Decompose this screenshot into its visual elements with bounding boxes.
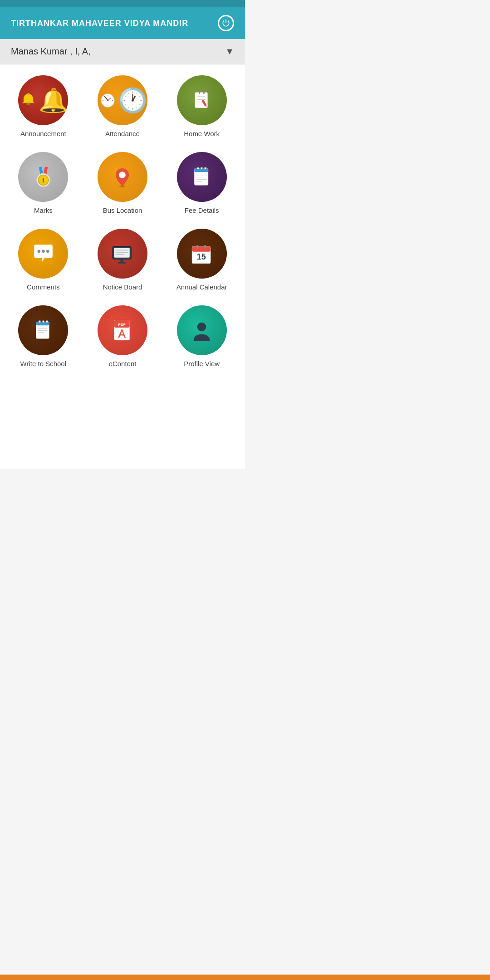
svg-rect-48 <box>192 246 211 251</box>
svg-point-59 <box>46 320 48 323</box>
marks-label: Marks <box>34 206 53 214</box>
menu-item-homework[interactable]: Home Work <box>166 75 238 137</box>
homework-label: Home Work <box>184 130 220 137</box>
svg-point-27 <box>119 185 125 187</box>
annual-calendar-icon: 15 <box>177 229 227 279</box>
svg-point-58 <box>42 320 44 323</box>
svg-rect-46 <box>118 262 126 263</box>
menu-item-fee-details[interactable]: Fee Details <box>166 152 238 214</box>
marks-icon: 1 <box>18 152 68 202</box>
svg-rect-45 <box>121 259 124 262</box>
svg-point-38 <box>42 250 45 253</box>
svg-point-35 <box>201 167 203 169</box>
menu-item-announcement[interactable]: Announcement <box>7 75 79 137</box>
svg-point-39 <box>46 250 49 253</box>
bus-location-label: Bus Location <box>103 206 142 214</box>
econtent-label: eContent <box>109 360 137 368</box>
bus-location-icon <box>98 152 147 202</box>
comments-icon <box>18 229 68 279</box>
app-header: TIRTHANKAR MAHAVEER VIDYA MANDIR <box>0 7 245 39</box>
app-title: TIRTHANKAR MAHAVEER VIDYA MANDIR <box>11 19 188 28</box>
profile-view-icon <box>177 305 227 355</box>
menu-item-econtent[interactable]: PDF eContent <box>87 305 159 368</box>
svg-point-3 <box>24 103 33 105</box>
notice-board-label: Notice Board <box>103 283 142 291</box>
svg-point-57 <box>39 320 41 323</box>
comments-label: Comments <box>27 283 60 291</box>
write-to-school-icon <box>18 305 68 355</box>
menu-item-notice-board[interactable]: Notice Board <box>87 229 159 291</box>
menu-item-comments[interactable]: Comments <box>7 229 79 291</box>
attendance-label: Attendance <box>105 130 140 137</box>
svg-rect-50 <box>204 245 206 249</box>
svg-text:15: 15 <box>197 252 206 261</box>
svg-rect-49 <box>196 245 198 249</box>
menu-item-bus-location[interactable]: Bus Location <box>87 152 159 214</box>
student-name: Manas Kumar , I, A, <box>11 46 91 57</box>
student-dropdown[interactable]: Manas Kumar , I, A, ▼ <box>0 39 245 64</box>
menu-item-attendance[interactable]: Attendance <box>87 75 159 137</box>
svg-point-26 <box>119 172 126 178</box>
power-button[interactable] <box>218 15 234 31</box>
econtent-icon: PDF <box>98 305 147 355</box>
fee-details-label: Fee Details <box>185 206 219 214</box>
menu-item-marks[interactable]: 1 Marks <box>7 152 79 214</box>
svg-point-2 <box>28 93 30 95</box>
write-to-school-label: Write to School <box>20 360 66 368</box>
fee-details-icon <box>177 152 227 202</box>
menu-item-profile-view[interactable]: Profile View <box>166 305 238 368</box>
svg-rect-17 <box>199 91 200 94</box>
annual-calendar-label: Annual Calendar <box>176 283 227 291</box>
menu-grid: Announcement Attendance <box>0 64 245 378</box>
homework-icon <box>177 75 227 125</box>
svg-point-64 <box>197 322 206 331</box>
svg-text:1: 1 <box>42 176 45 183</box>
menu-item-write-to-school[interactable]: Write to School <box>7 305 79 368</box>
menu-item-annual-calendar[interactable]: 15 Annual Calendar <box>166 229 238 291</box>
svg-rect-18 <box>203 91 205 94</box>
profile-view-label: Profile View <box>184 360 220 368</box>
notice-board-icon <box>98 229 147 279</box>
svg-point-34 <box>197 167 199 169</box>
announcement-icon <box>18 75 68 125</box>
announcement-label: Announcement <box>20 130 66 137</box>
svg-point-37 <box>37 250 40 253</box>
dropdown-arrow-icon: ▼ <box>225 46 234 57</box>
content-spacer <box>0 378 245 469</box>
attendance-icon <box>98 75 147 125</box>
svg-text:PDF: PDF <box>118 322 126 326</box>
svg-point-36 <box>204 167 206 169</box>
status-bar <box>0 0 245 7</box>
